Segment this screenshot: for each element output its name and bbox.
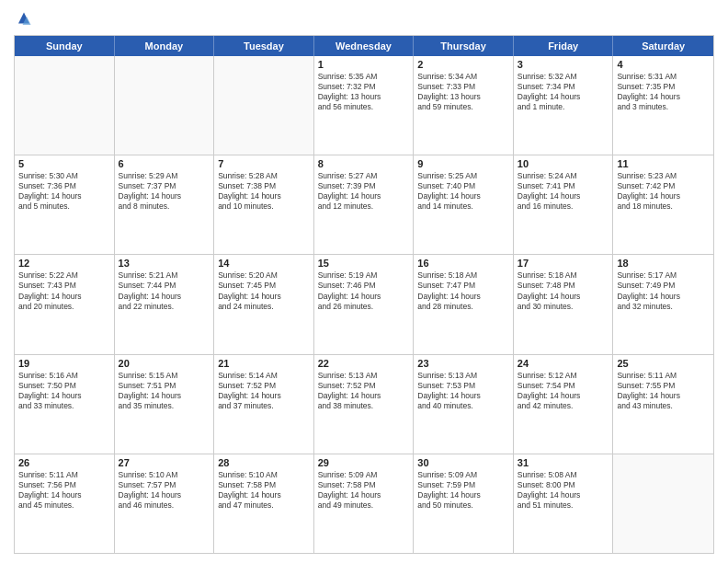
calendar-cell-4: 4Sunrise: 5:31 AMSunset: 7:35 PMDaylight… [613, 56, 713, 155]
calendar: SundayMondayTuesdayWednesdayThursdayFrid… [14, 35, 714, 554]
cell-line: Daylight: 14 hours [518, 391, 609, 401]
cell-line: Sunset: 7:33 PM [417, 82, 509, 92]
cell-line: Daylight: 14 hours [617, 292, 710, 302]
cell-line: Sunset: 7:44 PM [119, 281, 210, 291]
day-number: 6 [119, 158, 210, 169]
cell-line: and 24 minutes. [218, 302, 310, 312]
cell-line: and 33 minutes. [18, 401, 110, 411]
cell-line: Sunrise: 5:18 AM [518, 270, 609, 281]
cell-line: Sunset: 7:50 PM [18, 381, 110, 391]
cell-line: Sunset: 7:52 PM [218, 381, 310, 391]
cell-line: Sunset: 7:54 PM [518, 381, 609, 391]
cell-line: Sunset: 7:36 PM [18, 181, 110, 191]
day-number: 13 [119, 258, 210, 269]
cell-line: Sunrise: 5:25 AM [417, 171, 509, 181]
cell-line: Sunset: 7:35 PM [617, 82, 710, 92]
cell-line: and 3 minutes. [617, 102, 710, 112]
day-number: 20 [119, 358, 210, 369]
cell-line: Daylight: 14 hours [617, 92, 710, 102]
cell-line: Sunset: 7:59 PM [417, 480, 509, 490]
cell-line: Sunset: 7:53 PM [417, 381, 509, 391]
weekday-header-friday: Friday [514, 36, 614, 56]
cell-line: Sunrise: 5:09 AM [417, 470, 509, 480]
day-number: 17 [518, 258, 609, 269]
cell-line: Sunset: 7:57 PM [119, 480, 210, 490]
day-number: 8 [318, 158, 410, 169]
cell-line: Daylight: 14 hours [417, 191, 509, 201]
calendar-cell-7: 7Sunrise: 5:28 AMSunset: 7:38 PMDaylight… [214, 155, 314, 254]
cell-line: Sunset: 7:42 PM [617, 181, 710, 191]
cell-line: and 12 minutes. [318, 201, 410, 212]
cell-line: Sunrise: 5:13 AM [318, 371, 410, 381]
calendar-cell-9: 9Sunrise: 5:25 AMSunset: 7:40 PMDaylight… [414, 155, 514, 254]
cell-line: Sunrise: 5:11 AM [18, 470, 110, 480]
cell-line: Daylight: 14 hours [218, 391, 310, 401]
cell-line: Daylight: 14 hours [318, 391, 410, 401]
day-number: 9 [417, 158, 509, 169]
cell-line: Sunset: 7:46 PM [318, 281, 410, 291]
weekday-header-wednesday: Wednesday [314, 36, 415, 56]
weekday-header-saturday: Saturday [613, 36, 713, 56]
cell-line: and 51 minutes. [518, 500, 609, 511]
cell-line: and 10 minutes. [218, 201, 310, 212]
cell-line: Daylight: 14 hours [218, 191, 310, 201]
cell-line: Sunset: 7:41 PM [518, 181, 609, 191]
cell-line: and 35 minutes. [119, 401, 210, 411]
calendar-row-4: 26Sunrise: 5:11 AMSunset: 7:56 PMDayligh… [15, 454, 713, 553]
cell-line: and 26 minutes. [318, 302, 410, 312]
cell-line: and 43 minutes. [617, 401, 710, 411]
calendar-cell-3: 3Sunrise: 5:32 AMSunset: 7:34 PMDaylight… [514, 56, 614, 155]
cell-line: and 32 minutes. [617, 302, 710, 312]
cell-line: and 1 minute. [518, 102, 609, 112]
calendar-cell-29: 29Sunrise: 5:09 AMSunset: 7:58 PMDayligh… [314, 454, 415, 553]
calendar-cell-24: 24Sunrise: 5:12 AMSunset: 7:54 PMDayligh… [514, 355, 614, 454]
calendar-cell-empty-4-6 [613, 454, 713, 553]
cell-line: Sunset: 7:32 PM [318, 82, 410, 92]
cell-line: Daylight: 14 hours [417, 292, 509, 302]
cell-line: Sunset: 7:34 PM [518, 82, 609, 92]
cell-line: Sunset: 7:45 PM [218, 281, 310, 291]
cell-line: Sunrise: 5:31 AM [617, 72, 710, 82]
calendar-cell-1: 1Sunrise: 5:35 AMSunset: 7:32 PMDaylight… [314, 56, 415, 155]
day-number: 22 [318, 358, 410, 369]
cell-line: Daylight: 14 hours [417, 490, 509, 500]
cell-line: Daylight: 14 hours [18, 490, 110, 500]
cell-line: Sunrise: 5:23 AM [617, 171, 710, 181]
calendar-cell-6: 6Sunrise: 5:29 AMSunset: 7:37 PMDaylight… [115, 155, 215, 254]
day-number: 4 [617, 59, 710, 70]
calendar-cell-26: 26Sunrise: 5:11 AMSunset: 7:56 PMDayligh… [15, 454, 115, 553]
day-number: 25 [617, 358, 710, 369]
calendar-row-1: 5Sunrise: 5:30 AMSunset: 7:36 PMDaylight… [15, 155, 713, 255]
cell-line: and 37 minutes. [218, 401, 310, 411]
cell-line: Sunrise: 5:27 AM [318, 171, 410, 181]
day-number: 30 [417, 457, 509, 468]
cell-line: Daylight: 13 hours [318, 92, 410, 102]
cell-line: Daylight: 14 hours [119, 490, 210, 500]
cell-line: and 42 minutes. [518, 401, 609, 411]
cell-line: Daylight: 14 hours [417, 391, 509, 401]
cell-line: Daylight: 13 hours [417, 92, 509, 102]
cell-line: Sunrise: 5:15 AM [119, 371, 210, 381]
cell-line: Sunrise: 5:10 AM [119, 470, 210, 480]
cell-line: Sunset: 7:40 PM [417, 181, 509, 191]
cell-line: and 8 minutes. [119, 201, 210, 212]
calendar-cell-11: 11Sunrise: 5:23 AMSunset: 7:42 PMDayligh… [613, 155, 713, 254]
cell-line: Sunrise: 5:21 AM [119, 270, 210, 281]
calendar-row-2: 12Sunrise: 5:22 AMSunset: 7:43 PMDayligh… [15, 255, 713, 354]
cell-line: and 49 minutes. [318, 500, 410, 511]
cell-line: Sunrise: 5:22 AM [18, 270, 110, 281]
cell-line: Sunrise: 5:34 AM [417, 72, 509, 82]
weekday-header-monday: Monday [115, 36, 215, 56]
cell-line: Sunset: 7:55 PM [617, 381, 710, 391]
day-number: 21 [218, 358, 310, 369]
cell-line: and 30 minutes. [518, 302, 609, 312]
day-number: 18 [617, 258, 710, 269]
cell-line: Sunrise: 5:11 AM [617, 371, 710, 381]
cell-line: Sunset: 7:58 PM [218, 480, 310, 490]
calendar-cell-23: 23Sunrise: 5:13 AMSunset: 7:53 PMDayligh… [414, 355, 514, 454]
calendar-cell-empty-0-0 [15, 56, 115, 155]
cell-line: Daylight: 14 hours [518, 92, 609, 102]
day-number: 12 [18, 258, 110, 269]
calendar-body: 1Sunrise: 5:35 AMSunset: 7:32 PMDaylight… [15, 56, 713, 553]
day-number: 19 [18, 358, 110, 369]
